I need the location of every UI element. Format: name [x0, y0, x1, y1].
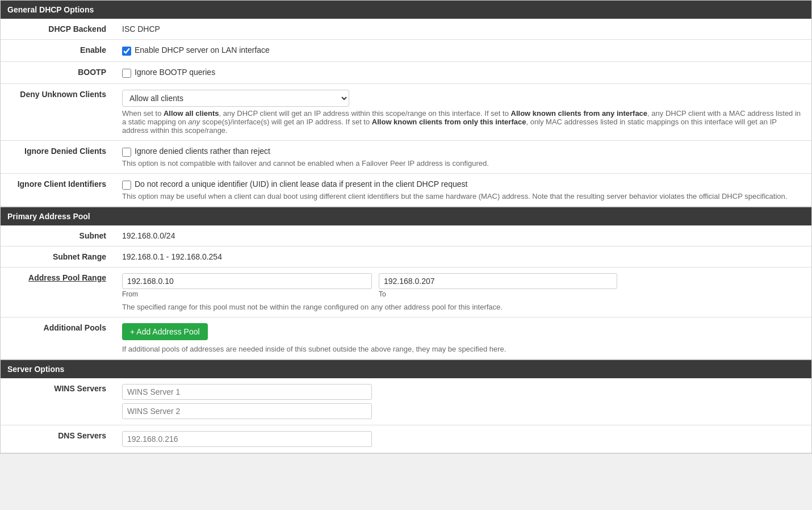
subnet-range-value: 192.168.0.1 - 192.168.0.254 — [114, 246, 811, 267]
enable-row: Enable Enable DHCP server on LAN interfa… — [1, 40, 811, 62]
subnet-row: Subnet 192.168.0.0/24 — [1, 225, 811, 246]
dns-server-1-input[interactable] — [122, 431, 372, 447]
enable-value-cell: Enable DHCP server on LAN interface — [114, 40, 811, 62]
server-options-header: Server Options — [1, 360, 811, 378]
add-address-pool-button-label: + Add Address Pool — [130, 327, 200, 336]
general-dhcp-section: General DHCP Options DHCP Backend ISC DH… — [0, 0, 812, 207]
ignore-client-id-row: Ignore Client Identifiers Do not record … — [1, 174, 811, 207]
dhcp-backend-row: DHCP Backend ISC DHCP — [1, 19, 811, 40]
ignore-client-id-label: Ignore Client Identifiers — [1, 174, 114, 207]
to-label: To — [379, 290, 617, 298]
general-dhcp-title: General DHCP Options — [7, 5, 94, 14]
deny-unknown-label: Deny Unknown Clients — [1, 84, 114, 141]
pool-from-input[interactable] — [122, 273, 372, 289]
dhcp-backend-value: ISC DHCP — [114, 19, 811, 40]
server-options-title: Server Options — [7, 365, 64, 374]
dns-servers-row: DNS Servers — [1, 425, 811, 453]
subnet-value: 192.168.0.0/24 — [114, 225, 811, 246]
to-col: To — [379, 273, 617, 298]
server-options-table: WINS Servers DNS Servers — [1, 378, 811, 453]
ignore-denied-label: Ignore Denied Clients — [1, 141, 114, 174]
deny-unknown-value-cell: Allow all clients Allow known clients fr… — [114, 84, 811, 141]
ignore-denied-value-cell: Ignore denied clients rather than reject… — [114, 141, 811, 174]
ignore-client-id-help: This option may be useful when a client … — [122, 192, 803, 200]
enable-checkbox-text: Enable DHCP server on LAN interface — [135, 45, 270, 55]
page-wrapper: General DHCP Options DHCP Backend ISC DH… — [0, 0, 812, 454]
general-dhcp-header: General DHCP Options — [1, 1, 811, 19]
general-dhcp-table: DHCP Backend ISC DHCP Enable Enable DHCP… — [1, 19, 811, 207]
from-label: From — [122, 290, 372, 298]
ignore-denied-checkbox-label[interactable]: Ignore denied clients rather than reject — [122, 147, 803, 157]
additional-pools-help: If additional pools of addresses are nee… — [122, 345, 803, 353]
deny-unknown-row: Deny Unknown Clients Allow all clients A… — [1, 84, 811, 141]
bootp-checkbox-label[interactable]: Ignore BOOTP queries — [122, 68, 803, 78]
additional-pools-value-cell: + Add Address Pool If additional pools o… — [114, 317, 811, 359]
ignore-client-id-checkbox[interactable] — [122, 181, 131, 190]
primary-address-pool-table: Subnet 192.168.0.0/24 Subnet Range 192.1… — [1, 225, 811, 359]
pool-range-inputs: From To — [122, 273, 803, 298]
server-options-section: Server Options WINS Servers DNS Servers — [0, 360, 812, 454]
subnet-range-label: Subnet Range — [1, 246, 114, 267]
subnet-label: Subnet — [1, 225, 114, 246]
wins-servers-label: WINS Servers — [1, 378, 114, 425]
address-pool-range-row: Address Pool Range From To The specified… — [1, 267, 811, 317]
wins-servers-row: WINS Servers — [1, 378, 811, 425]
enable-label: Enable — [1, 40, 114, 62]
dns-servers-label: DNS Servers — [1, 425, 114, 453]
bootp-row: BOOTP Ignore BOOTP queries — [1, 62, 811, 84]
address-pool-range-help: The specified range for this pool must n… — [122, 303, 803, 311]
wins-server-2-input[interactable] — [122, 403, 372, 419]
primary-address-pool-section: Primary Address Pool Subnet 192.168.0.0/… — [0, 207, 812, 360]
ignore-denied-checkbox[interactable] — [122, 148, 131, 157]
bootp-checkbox-text: Ignore BOOTP queries — [135, 68, 215, 77]
ignore-denied-help: This option is not compatible with failo… — [122, 159, 803, 168]
bootp-value-cell: Ignore BOOTP queries — [114, 62, 811, 84]
wins-servers-value-cell — [114, 378, 811, 425]
ignore-denied-checkbox-text: Ignore denied clients rather than reject — [135, 147, 270, 156]
bootp-label: BOOTP — [1, 62, 114, 84]
ignore-client-id-checkbox-label[interactable]: Do not record a unique identifier (UID) … — [122, 179, 803, 190]
primary-address-pool-title: Primary Address Pool — [7, 212, 90, 221]
ignore-client-id-value-cell: Do not record a unique identifier (UID) … — [114, 174, 811, 207]
add-address-pool-button[interactable]: + Add Address Pool — [122, 323, 208, 340]
from-col: From — [122, 273, 372, 298]
wins-server-1-input[interactable] — [122, 384, 372, 400]
ignore-client-id-checkbox-text: Do not record a unique identifier (UID) … — [135, 179, 468, 189]
enable-checkbox-label[interactable]: Enable DHCP server on LAN interface — [122, 45, 803, 56]
additional-pools-row: Additional Pools + Add Address Pool If a… — [1, 317, 811, 359]
dhcp-backend-label: DHCP Backend — [1, 19, 114, 40]
address-pool-range-value-cell: From To The specified range for this poo… — [114, 267, 811, 317]
pool-to-input[interactable] — [379, 273, 617, 289]
enable-checkbox[interactable] — [122, 47, 131, 56]
address-pool-range-label: Address Pool Range — [1, 267, 114, 317]
primary-address-pool-header: Primary Address Pool — [1, 207, 811, 225]
ignore-denied-row: Ignore Denied Clients Ignore denied clie… — [1, 141, 811, 174]
deny-unknown-help: When set to Allow all clients, any DHCP … — [122, 109, 803, 135]
deny-unknown-select[interactable]: Allow all clients Allow known clients fr… — [122, 90, 349, 107]
dns-servers-value-cell — [114, 425, 811, 453]
subnet-range-row: Subnet Range 192.168.0.1 - 192.168.0.254 — [1, 246, 811, 267]
additional-pools-label: Additional Pools — [1, 317, 114, 359]
bootp-checkbox[interactable] — [122, 69, 131, 78]
